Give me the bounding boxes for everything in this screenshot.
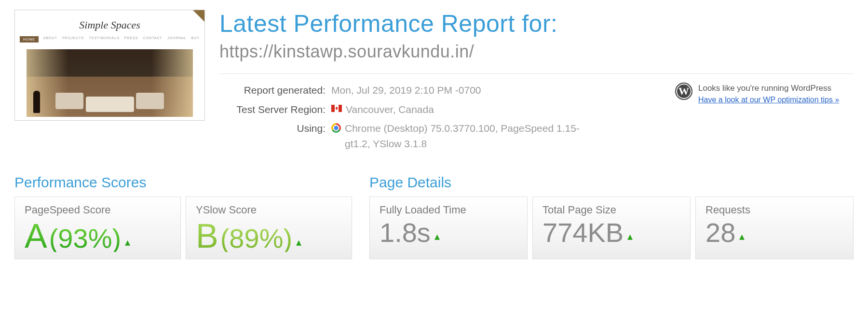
meta-label: Report generated: bbox=[219, 83, 326, 98]
chrome-icon bbox=[331, 123, 341, 133]
meta-value: Vancouver, Canada bbox=[326, 102, 434, 117]
trend-up-icon: ▴ bbox=[296, 236, 301, 249]
wordpress-tip-box: W Looks like you're running WordPress Ha… bbox=[675, 83, 854, 106]
thumb-nav: HOME ABOUT PROJECTS TESTIMONIALS PRESS C… bbox=[27, 36, 193, 42]
meta-label: Test Server Region: bbox=[219, 102, 326, 117]
thumb-nav-item: PRESS bbox=[124, 36, 138, 42]
performance-scores-section: Performance Scores PageSpeed Score A (93… bbox=[14, 174, 352, 259]
meta-value: Mon, Jul 29, 2019 2:10 PM -0700 bbox=[326, 83, 481, 98]
thumb-nav-item: HOME bbox=[20, 36, 39, 42]
summary-row: Performance Scores PageSpeed Score A (93… bbox=[14, 174, 854, 259]
thumb-nav-item: ABOUT bbox=[43, 36, 57, 42]
thumb-nav-item: JOURNAL bbox=[167, 36, 187, 42]
card-value: 774KB ▴ bbox=[542, 219, 680, 246]
card-value: 28 ▴ bbox=[705, 219, 843, 246]
card-label: PageSpeed Score bbox=[25, 204, 171, 216]
wp-tips-link[interactable]: Have a look at our WP optimization tips … bbox=[698, 96, 839, 104]
pagespeed-card[interactable]: PageSpeed Score A (93%) ▴ bbox=[14, 197, 181, 259]
detail-cards: Fully Loaded Time 1.8s ▴ Total Page Size… bbox=[369, 197, 854, 259]
thumb-nav-item: BUY bbox=[191, 36, 200, 42]
card-label: Requests bbox=[705, 204, 843, 216]
wordpress-tip-text: Looks like you're running WordPress Have… bbox=[698, 83, 839, 106]
meta-table: Report generated: Mon, Jul 29, 2019 2:10… bbox=[219, 83, 661, 155]
card-value: B (89%) ▴ bbox=[196, 219, 342, 253]
thumb-nav-item: PROJECTS bbox=[62, 36, 84, 42]
grade-letter: B bbox=[196, 219, 218, 253]
score-cards: PageSpeed Score A (93%) ▴ YSlow Score B … bbox=[14, 197, 352, 259]
meta-row-generated: Report generated: Mon, Jul 29, 2019 2:10… bbox=[219, 83, 661, 98]
server-region: Vancouver, Canada bbox=[346, 102, 434, 117]
load-time-value: 1.8s bbox=[380, 219, 431, 246]
card-label: YSlow Score bbox=[196, 204, 342, 216]
report-title: Latest Performance Report for: bbox=[219, 10, 854, 38]
meta-row-region: Test Server Region: Vancouver, Canada bbox=[219, 102, 661, 117]
section-title: Page Details bbox=[369, 174, 854, 191]
meta-value: Chrome (Desktop) 75.0.3770.100, PageSpee… bbox=[326, 121, 596, 151]
site-thumbnail[interactable]: Simple Spaces HOME ABOUT PROJECTS TESTIM… bbox=[14, 10, 205, 121]
load-time-card[interactable]: Fully Loaded Time 1.8s ▴ bbox=[369, 197, 528, 259]
card-value: 1.8s ▴ bbox=[380, 219, 517, 246]
meta-label: Using: bbox=[219, 121, 326, 151]
tested-url[interactable]: https://kinstawp.souravkundu.in/ bbox=[219, 42, 854, 74]
wp-detected-text: Looks like you're running WordPress bbox=[698, 83, 839, 94]
thumb-site-name: Simple Spaces bbox=[27, 19, 193, 31]
requests-value: 28 bbox=[705, 219, 735, 246]
meta-section: Report generated: Mon, Jul 29, 2019 2:10… bbox=[219, 83, 854, 155]
trend-up-icon: ▴ bbox=[627, 230, 633, 243]
canada-flag-icon bbox=[331, 105, 342, 112]
generated-time: Mon, Jul 29, 2019 2:10 PM -0700 bbox=[331, 83, 481, 98]
thumb-nav-item: TESTIMONIALS bbox=[89, 36, 120, 42]
thumb-hero-image bbox=[27, 49, 193, 117]
thumb-decor bbox=[33, 91, 40, 113]
page-details-section: Page Details Fully Loaded Time 1.8s ▴ To… bbox=[369, 174, 854, 259]
trend-up-icon: ▴ bbox=[125, 236, 130, 249]
thumb-corner-fold bbox=[193, 10, 204, 22]
header-main: Latest Performance Report for: https://k… bbox=[219, 10, 854, 155]
section-title: Performance Scores bbox=[14, 174, 352, 191]
thumb-content: Simple Spaces HOME ABOUT PROJECTS TESTIM… bbox=[15, 10, 204, 45]
grade-percent: (89%) bbox=[220, 225, 292, 252]
page-size-value: 774KB bbox=[542, 219, 624, 246]
grade-letter: A bbox=[25, 219, 47, 253]
card-label: Fully Loaded Time bbox=[380, 204, 517, 216]
card-value: A (93%) ▴ bbox=[25, 219, 171, 253]
thumb-decor bbox=[86, 97, 134, 112]
grade-percent: (93%) bbox=[49, 225, 121, 252]
browser-info: Chrome (Desktop) 75.0.3770.100, PageSpee… bbox=[345, 121, 596, 151]
report-header: Simple Spaces HOME ABOUT PROJECTS TESTIM… bbox=[14, 10, 854, 155]
trend-up-icon: ▴ bbox=[739, 230, 745, 243]
wordpress-icon: W bbox=[675, 83, 692, 100]
requests-card[interactable]: Requests 28 ▴ bbox=[695, 197, 854, 259]
page-size-card[interactable]: Total Page Size 774KB ▴ bbox=[532, 197, 691, 259]
card-label: Total Page Size bbox=[542, 204, 680, 216]
yslow-card[interactable]: YSlow Score B (89%) ▴ bbox=[186, 197, 352, 259]
meta-row-using: Using: Chrome (Desktop) 75.0.3770.100, P… bbox=[219, 121, 661, 151]
thumb-nav-item: CONTACT bbox=[143, 36, 163, 42]
trend-up-icon: ▴ bbox=[434, 230, 440, 243]
